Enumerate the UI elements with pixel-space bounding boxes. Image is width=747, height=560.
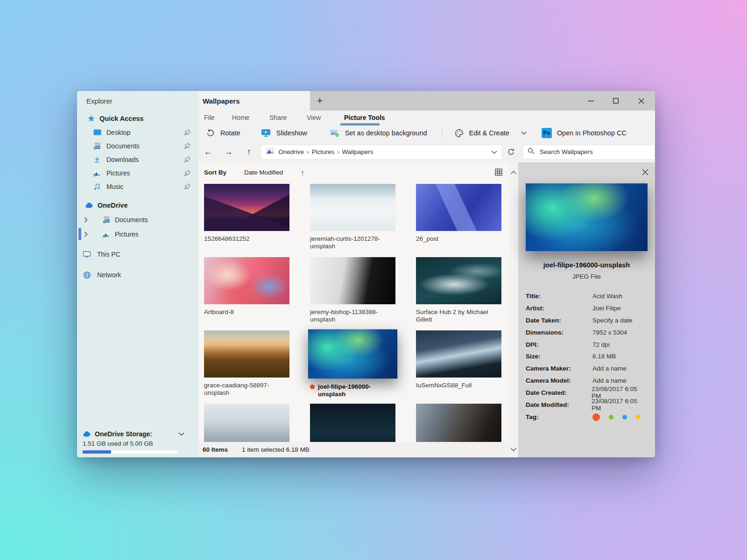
scrollbar[interactable] (509, 162, 518, 457)
close-button[interactable] (634, 93, 648, 108)
file-thumbnail[interactable] (204, 257, 289, 304)
sidebar-item-desktop[interactable]: Desktop (77, 126, 198, 139)
tag-dot[interactable] (622, 415, 627, 420)
field-value[interactable]: 72 dpi (592, 341, 610, 348)
sidebar-item-network[interactable]: Network (77, 268, 198, 282)
open-photoshop-button[interactable]: Ps Open in Photoshop CC (542, 128, 627, 138)
sidebar-item-onedrive-pictures[interactable]: Pictures (77, 227, 198, 241)
breadcrumb-item[interactable]: Wallpapers (342, 148, 374, 155)
chevron-right-icon[interactable] (84, 217, 89, 223)
file-thumbnail[interactable] (416, 330, 501, 378)
file-card[interactable] (204, 404, 289, 442)
tag-dot-selected[interactable] (592, 413, 600, 421)
file-name: grace-caadiang-58897-unsplash (204, 382, 289, 397)
grid-view-icon[interactable] (495, 168, 502, 176)
desktop-icon (93, 128, 101, 137)
breadcrumb-item[interactable]: Onedrive (278, 148, 304, 155)
storage-progress-fill (83, 450, 111, 454)
file-card[interactable]: grace-caadiang-58897-unsplash (204, 330, 289, 404)
window-body: Sort By Date Modified ↑ 1526648631252 je… (198, 162, 655, 457)
file-thumbnail[interactable] (204, 184, 289, 231)
menu-share[interactable]: Share (269, 114, 307, 121)
file-thumbnail[interactable] (310, 257, 395, 304)
edit-create-button[interactable]: Edit & Create (455, 128, 527, 138)
quick-access-header[interactable]: Quick Access (77, 112, 198, 126)
file-thumbnail[interactable] (310, 184, 395, 231)
back-button[interactable]: ← (200, 147, 216, 157)
menu-view[interactable]: View (307, 114, 344, 121)
file-thumbnail[interactable] (204, 404, 289, 442)
forward-button[interactable]: → (221, 147, 237, 157)
file-thumbnail[interactable] (204, 330, 289, 378)
slideshow-button[interactable]: Slideshow (261, 128, 307, 138)
address-bar[interactable]: Onedrive>Pictures>Wallpapers (261, 145, 502, 160)
sidebar-item-documents[interactable]: A Documents (77, 139, 198, 153)
scroll-down-icon[interactable] (510, 445, 517, 454)
tag-dot[interactable] (609, 415, 613, 420)
field-value[interactable]: 23/08/2017 6:05 PM (592, 398, 648, 412)
sidebar-item-this-pc[interactable]: This PC (77, 247, 198, 261)
menu-picture-tools[interactable]: Picture Tools (344, 114, 385, 121)
file-card[interactable]: 1526648631252 (204, 184, 289, 257)
chevron-right-icon[interactable] (84, 231, 89, 237)
file-card[interactable] (416, 404, 501, 442)
up-button[interactable]: ↑ (241, 147, 257, 157)
search-box[interactable] (522, 145, 655, 160)
menu-file[interactable]: File (204, 114, 232, 121)
new-tab-button[interactable]: + (310, 91, 330, 111)
field-label: Size: (526, 353, 592, 360)
pin-icon[interactable] (184, 183, 191, 190)
field-value[interactable]: 6.18 MB (592, 353, 616, 360)
rotate-button[interactable]: Rotate (206, 128, 240, 138)
address-dropdown-chevron-icon[interactable] (491, 150, 497, 154)
breadcrumb-item[interactable]: Pictures (311, 148, 334, 155)
field-value[interactable]: 7952 x 5304 (592, 329, 627, 336)
sort-by-label[interactable]: Sort By (204, 169, 226, 176)
menu-home[interactable]: Home (232, 114, 269, 121)
sidebar-item-downloads[interactable]: Downloads (77, 153, 198, 166)
set-background-button[interactable]: Set as desktop background (330, 128, 427, 138)
file-card[interactable] (310, 404, 395, 442)
file-card[interactable]: jeremy-bishop-1138388-unsplash (310, 257, 395, 330)
sidebar-item-pictures[interactable]: Pictures (77, 166, 198, 180)
field-value[interactable]: Specify a date (592, 317, 633, 324)
field-value[interactable]: Add a name (592, 377, 627, 384)
refresh-button[interactable] (507, 148, 515, 156)
file-thumbnail[interactable] (416, 404, 501, 442)
pictures-icon (93, 169, 101, 177)
file-thumbnail[interactable] (416, 257, 501, 304)
chevron-down-icon[interactable] (178, 432, 184, 436)
chevron-down-icon (521, 131, 527, 135)
maximize-button[interactable] (608, 93, 623, 108)
file-card[interactable]: joel-filipe-196000-unsplash (310, 330, 395, 404)
file-thumbnail[interactable] (310, 404, 395, 442)
sort-value[interactable]: Date Modified (244, 169, 283, 176)
file-card[interactable]: Artboard-8 (204, 257, 289, 330)
file-thumbnail[interactable] (416, 184, 501, 231)
minimize-button[interactable] (583, 93, 598, 108)
onedrive-header[interactable]: OneDrive (77, 198, 198, 212)
field-value[interactable]: Acid Wash (592, 293, 622, 300)
star-icon (87, 114, 95, 123)
file-card[interactable]: IuSemNxGS88_Full (416, 330, 501, 404)
image-preview[interactable] (526, 183, 648, 251)
sort-ascending-icon[interactable]: ↑ (301, 168, 304, 176)
tab-wallpapers[interactable]: Wallpapers (198, 91, 310, 111)
close-details-button[interactable] (642, 169, 648, 175)
file-card[interactable]: jeremiah-curtis-1201278-unsplash (310, 184, 395, 257)
sidebar-item-music[interactable]: Music (77, 180, 198, 193)
pin-icon[interactable] (184, 129, 191, 136)
tag-dot[interactable] (636, 415, 641, 420)
sidebar-item-onedrive-documents[interactable]: A Documents (77, 212, 198, 227)
pin-icon[interactable] (184, 156, 191, 163)
scroll-up-icon[interactable] (510, 168, 517, 176)
file-card[interactable]: 26_post (416, 184, 501, 257)
search-input[interactable] (539, 148, 650, 156)
field-value[interactable]: Add a name (592, 365, 627, 372)
pin-icon[interactable] (184, 169, 191, 176)
details-field: Date Created: 23/08/2017 6:05 PM (526, 386, 648, 399)
file-card[interactable]: Surface Hub 2 by Michael Gillett (416, 257, 501, 330)
pin-icon[interactable] (184, 142, 191, 149)
field-value[interactable]: Joel Filipe (592, 305, 621, 312)
file-thumbnail[interactable] (308, 329, 397, 379)
